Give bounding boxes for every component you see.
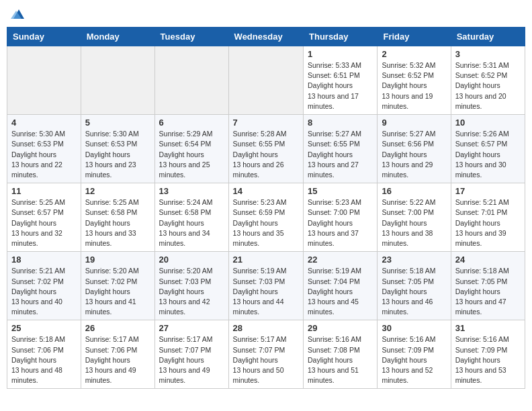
day-info: Sunrise: 5:17 AMSunset: 7:07 PMDaylight … xyxy=(159,334,224,385)
calendar-cell: 26Sunrise: 5:17 AMSunset: 7:06 PMDayligh… xyxy=(81,320,154,389)
calendar-cell: 24Sunrise: 5:18 AMSunset: 7:05 PMDayligh… xyxy=(451,252,525,320)
day-number: 13 xyxy=(159,186,224,196)
calendar-cell: 9Sunrise: 5:27 AMSunset: 6:56 PMDaylight… xyxy=(378,115,451,183)
calendar-week-row: 4Sunrise: 5:30 AMSunset: 6:53 PMDaylight… xyxy=(7,115,525,183)
day-info: Sunrise: 5:32 AMSunset: 6:52 PMDaylight … xyxy=(382,60,446,111)
day-info: Sunrise: 5:18 AMSunset: 7:05 PMDaylight … xyxy=(455,266,521,317)
calendar-header-row: SundayMondayTuesdayWednesdayThursdayFrid… xyxy=(7,28,525,46)
day-info: Sunrise: 5:23 AMSunset: 6:59 PMDaylight … xyxy=(233,197,299,248)
calendar-table: SundayMondayTuesdayWednesdayThursdayFrid… xyxy=(7,27,525,389)
day-number: 20 xyxy=(159,255,224,265)
day-info: Sunrise: 5:27 AMSunset: 6:55 PMDaylight … xyxy=(308,129,373,180)
day-header-monday: Monday xyxy=(81,28,154,46)
day-info: Sunrise: 5:17 AMSunset: 7:06 PMDaylight … xyxy=(85,334,150,385)
day-info: Sunrise: 5:18 AMSunset: 7:05 PMDaylight … xyxy=(382,266,446,317)
calendar-week-row: 18Sunrise: 5:21 AMSunset: 7:02 PMDayligh… xyxy=(7,252,525,320)
day-number: 25 xyxy=(11,323,77,333)
day-number: 28 xyxy=(233,323,299,333)
day-header-thursday: Thursday xyxy=(304,28,378,46)
calendar-cell: 21Sunrise: 5:19 AMSunset: 7:03 PMDayligh… xyxy=(228,252,303,320)
day-header-friday: Friday xyxy=(378,28,451,46)
calendar-cell xyxy=(81,46,154,115)
day-info: Sunrise: 5:16 AMSunset: 7:09 PMDaylight … xyxy=(382,334,446,385)
calendar-week-row: 11Sunrise: 5:25 AMSunset: 6:57 PMDayligh… xyxy=(7,183,525,252)
day-info: Sunrise: 5:25 AMSunset: 6:58 PMDaylight … xyxy=(85,197,150,248)
day-number: 17 xyxy=(455,186,521,196)
calendar-cell: 23Sunrise: 5:18 AMSunset: 7:05 PMDayligh… xyxy=(378,252,451,320)
calendar-cell: 3Sunrise: 5:31 AMSunset: 6:52 PMDaylight… xyxy=(451,46,525,115)
day-info: Sunrise: 5:16 AMSunset: 7:09 PMDaylight … xyxy=(455,334,521,385)
day-number: 29 xyxy=(308,323,373,333)
calendar-cell: 17Sunrise: 5:21 AMSunset: 7:01 PMDayligh… xyxy=(451,183,525,252)
calendar-cell: 16Sunrise: 5:22 AMSunset: 7:00 PMDayligh… xyxy=(378,183,451,252)
day-info: Sunrise: 5:21 AMSunset: 7:01 PMDaylight … xyxy=(455,197,521,248)
calendar-cell: 19Sunrise: 5:20 AMSunset: 7:02 PMDayligh… xyxy=(81,252,154,320)
calendar-cell: 15Sunrise: 5:23 AMSunset: 7:00 PMDayligh… xyxy=(304,183,378,252)
day-info: Sunrise: 5:26 AMSunset: 6:57 PMDaylight … xyxy=(455,129,521,180)
calendar-cell: 30Sunrise: 5:16 AMSunset: 7:09 PMDayligh… xyxy=(378,320,451,389)
day-header-tuesday: Tuesday xyxy=(154,28,228,46)
logo xyxy=(9,7,26,21)
day-info: Sunrise: 5:30 AMSunset: 6:53 PMDaylight … xyxy=(11,129,77,180)
day-number: 24 xyxy=(455,255,521,265)
day-info: Sunrise: 5:22 AMSunset: 7:00 PMDaylight … xyxy=(382,197,446,248)
day-info: Sunrise: 5:16 AMSunset: 7:08 PMDaylight … xyxy=(308,334,373,385)
calendar-cell: 14Sunrise: 5:23 AMSunset: 6:59 PMDayligh… xyxy=(228,183,303,252)
day-number: 30 xyxy=(382,323,446,333)
day-info: Sunrise: 5:21 AMSunset: 7:02 PMDaylight … xyxy=(11,266,77,317)
day-info: Sunrise: 5:23 AMSunset: 7:00 PMDaylight … xyxy=(308,197,373,248)
day-number: 4 xyxy=(11,118,77,128)
day-number: 8 xyxy=(308,118,373,128)
calendar-cell: 5Sunrise: 5:30 AMSunset: 6:53 PMDaylight… xyxy=(81,115,154,183)
day-info: Sunrise: 5:19 AMSunset: 7:04 PMDaylight … xyxy=(308,266,373,317)
calendar-cell: 4Sunrise: 5:30 AMSunset: 6:53 PMDaylight… xyxy=(7,115,81,183)
day-info: Sunrise: 5:31 AMSunset: 6:52 PMDaylight … xyxy=(455,60,521,111)
calendar-cell: 10Sunrise: 5:26 AMSunset: 6:57 PMDayligh… xyxy=(451,115,525,183)
calendar-cell: 6Sunrise: 5:29 AMSunset: 6:54 PMDaylight… xyxy=(154,115,228,183)
calendar-cell: 20Sunrise: 5:20 AMSunset: 7:03 PMDayligh… xyxy=(154,252,228,320)
day-info: Sunrise: 5:20 AMSunset: 7:02 PMDaylight … xyxy=(85,266,150,317)
calendar-cell: 27Sunrise: 5:17 AMSunset: 7:07 PMDayligh… xyxy=(154,320,228,389)
day-number: 26 xyxy=(85,323,150,333)
calendar-cell: 18Sunrise: 5:21 AMSunset: 7:02 PMDayligh… xyxy=(7,252,81,320)
calendar-cell: 2Sunrise: 5:32 AMSunset: 6:52 PMDaylight… xyxy=(378,46,451,115)
day-info: Sunrise: 5:18 AMSunset: 7:06 PMDaylight … xyxy=(11,334,77,385)
calendar-week-row: 25Sunrise: 5:18 AMSunset: 7:06 PMDayligh… xyxy=(7,320,525,389)
calendar-cell xyxy=(228,46,303,115)
calendar-cell: 11Sunrise: 5:25 AMSunset: 6:57 PMDayligh… xyxy=(7,183,81,252)
calendar-cell: 31Sunrise: 5:16 AMSunset: 7:09 PMDayligh… xyxy=(451,320,525,389)
day-info: Sunrise: 5:27 AMSunset: 6:56 PMDaylight … xyxy=(382,129,446,180)
calendar-cell: 8Sunrise: 5:27 AMSunset: 6:55 PMDaylight… xyxy=(304,115,378,183)
day-info: Sunrise: 5:29 AMSunset: 6:54 PMDaylight … xyxy=(159,129,224,180)
day-info: Sunrise: 5:33 AMSunset: 6:51 PMDaylight … xyxy=(308,60,373,111)
day-number: 14 xyxy=(233,186,299,196)
calendar-cell xyxy=(7,46,81,115)
day-header-sunday: Sunday xyxy=(7,28,81,46)
day-number: 21 xyxy=(233,255,299,265)
calendar-cell: 28Sunrise: 5:17 AMSunset: 7:07 PMDayligh… xyxy=(228,320,303,389)
day-number: 11 xyxy=(11,186,77,196)
day-number: 23 xyxy=(382,255,446,265)
day-header-wednesday: Wednesday xyxy=(228,28,303,46)
day-number: 16 xyxy=(382,186,446,196)
page-header xyxy=(7,7,525,21)
day-number: 31 xyxy=(455,323,521,333)
day-number: 10 xyxy=(455,118,521,128)
day-number: 12 xyxy=(85,186,150,196)
day-info: Sunrise: 5:25 AMSunset: 6:57 PMDaylight … xyxy=(11,197,77,248)
calendar-cell: 7Sunrise: 5:28 AMSunset: 6:55 PMDaylight… xyxy=(228,115,303,183)
calendar-cell: 12Sunrise: 5:25 AMSunset: 6:58 PMDayligh… xyxy=(81,183,154,252)
calendar-cell: 29Sunrise: 5:16 AMSunset: 7:08 PMDayligh… xyxy=(304,320,378,389)
day-number: 22 xyxy=(308,255,373,265)
calendar-cell: 13Sunrise: 5:24 AMSunset: 6:58 PMDayligh… xyxy=(154,183,228,252)
day-number: 5 xyxy=(85,118,150,128)
calendar-cell: 25Sunrise: 5:18 AMSunset: 7:06 PMDayligh… xyxy=(7,320,81,389)
day-info: Sunrise: 5:19 AMSunset: 7:03 PMDaylight … xyxy=(233,266,299,317)
day-info: Sunrise: 5:28 AMSunset: 6:55 PMDaylight … xyxy=(233,129,299,180)
day-number: 9 xyxy=(382,118,446,128)
logo-icon xyxy=(11,7,26,21)
day-info: Sunrise: 5:24 AMSunset: 6:58 PMDaylight … xyxy=(159,197,224,248)
day-header-saturday: Saturday xyxy=(451,28,525,46)
day-info: Sunrise: 5:20 AMSunset: 7:03 PMDaylight … xyxy=(159,266,224,317)
day-number: 2 xyxy=(382,49,446,59)
